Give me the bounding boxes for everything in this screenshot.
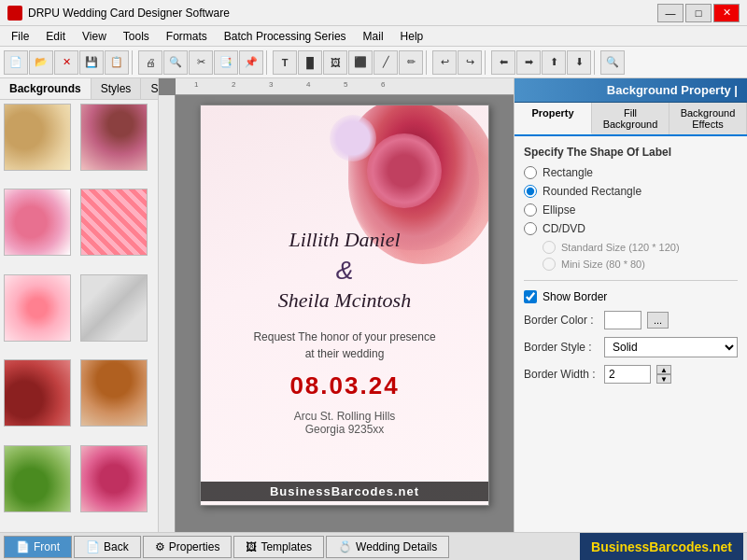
label-show-border: Show Border — [543, 290, 607, 303]
background-thumb-1[interactable] — [4, 104, 71, 171]
print-preview-button[interactable]: 🔍 — [163, 50, 188, 75]
maximize-button[interactable]: □ — [685, 4, 712, 22]
menu-bar: File Edit View Tools Formats Batch Proce… — [0, 26, 747, 47]
barcodes-watermark: BusinessBarcodes.net — [580, 533, 743, 560]
ring-icon: 💍 — [338, 540, 352, 553]
border-color-swatch[interactable] — [604, 311, 641, 329]
background-thumb-8[interactable] — [80, 359, 148, 427]
menu-tools[interactable]: Tools — [116, 28, 157, 45]
radio-ellipse[interactable] — [524, 203, 537, 217]
zoom-button[interactable]: 🔍 — [600, 50, 625, 75]
save-button[interactable]: 💾 — [79, 50, 104, 75]
menu-view[interactable]: View — [75, 28, 114, 45]
floral-secondary — [367, 133, 442, 208]
border-style-label: Border Style : — [524, 341, 599, 354]
ruler-mark: 1 — [194, 80, 198, 89]
spin-up-button[interactable]: ▲ — [656, 365, 671, 374]
border-style-row: Border Style : Solid Dashed Dotted Doubl… — [524, 337, 738, 357]
front-button[interactable]: 📄 Front — [4, 536, 72, 558]
separator-2 — [266, 50, 270, 75]
tab-property[interactable]: Property — [514, 103, 592, 134]
spin-down-button[interactable]: ▼ — [656, 374, 671, 384]
card-request-text: Request The honor of your presence at th… — [219, 329, 470, 362]
align-left[interactable]: ⬅ — [491, 50, 515, 75]
cd-sub-options: Standard Size (120 * 120) Mini Size (80 … — [543, 241, 738, 271]
align-top[interactable]: ⬆ — [542, 50, 566, 75]
menu-batch[interactable]: Batch Processing Series — [217, 28, 354, 45]
app-title: DRPU Wedding Card Designer Software — [28, 7, 657, 20]
tab-fill-background[interactable]: Fill Background — [592, 103, 669, 134]
new-button[interactable]: 📄 — [4, 50, 28, 75]
line-tool[interactable]: ╱ — [374, 50, 398, 75]
label-ellipse: Ellipse — [543, 203, 575, 217]
templates-label: Templates — [261, 540, 312, 553]
menu-file[interactable]: File — [4, 28, 36, 45]
background-thumb-10[interactable] — [80, 445, 148, 512]
radio-row-rectangle: Rectangle — [524, 166, 738, 179]
align-bottom[interactable]: ⬇ — [567, 50, 591, 75]
shape-tool[interactable]: ⬛ — [348, 50, 373, 75]
templates-button[interactable]: 🖼 Templates — [233, 536, 324, 558]
cut-button[interactable]: ✂ — [189, 50, 213, 75]
barcode-tool[interactable]: ▐▌ — [298, 50, 322, 75]
open-button[interactable]: 📂 — [29, 50, 53, 75]
radio-row-rounded: Rounded Rectangle — [524, 185, 738, 198]
checkbox-show-border[interactable] — [524, 290, 537, 303]
border-width-label: Border Width : — [524, 368, 599, 381]
left-panel: Backgrounds Styles Shapes — [0, 78, 159, 532]
paste-button[interactable]: 📌 — [239, 50, 263, 75]
undo-button[interactable]: ↩ — [432, 50, 457, 75]
close-doc-button[interactable]: ✕ — [54, 50, 78, 75]
ruler-left — [159, 95, 176, 532]
divider-1 — [524, 280, 738, 281]
bottom-bar: 📄 Front 📄 Back ⚙ Properties 🖼 Templates … — [0, 532, 747, 560]
background-thumb-2[interactable] — [80, 104, 148, 171]
border-style-select[interactable]: Solid Dashed Dotted Double — [604, 337, 738, 357]
menu-mail[interactable]: Mail — [356, 28, 391, 45]
background-thumb-3[interactable] — [4, 189, 71, 256]
radio-rounded[interactable] — [524, 185, 537, 198]
background-thumb-7[interactable] — [4, 359, 71, 427]
border-color-browse[interactable]: ... — [647, 312, 669, 329]
image-tool[interactable]: 🖼 — [323, 50, 347, 75]
canvas-wrapper[interactable]: Lillith Daniel & Sheila Mcintosh Request… — [176, 95, 514, 532]
minimize-button[interactable]: — — [657, 4, 684, 22]
background-thumb-5[interactable] — [4, 274, 71, 342]
radio-standard-size[interactable] — [543, 241, 556, 254]
menu-help[interactable]: Help — [393, 28, 431, 45]
redo-button[interactable]: ↪ — [458, 50, 482, 75]
wedding-details-button[interactable]: 💍 Wedding Details — [326, 536, 449, 558]
label-rounded: Rounded Rectangle — [543, 185, 641, 198]
menu-formats[interactable]: Formats — [159, 28, 215, 45]
radio-row-ellipse: Ellipse — [524, 203, 738, 217]
background-thumb-6[interactable] — [80, 274, 148, 342]
right-content: Specify The Shape Of Label Rectangle Rou… — [514, 136, 747, 532]
save-as-button[interactable]: 📋 — [105, 50, 129, 75]
copy-button[interactable]: 📑 — [214, 50, 238, 75]
bg-property-header: Background Property | — [514, 78, 747, 103]
print-button[interactable]: 🖨 — [138, 50, 162, 75]
tab-backgrounds[interactable]: Backgrounds — [0, 78, 92, 99]
menu-edit[interactable]: Edit — [38, 28, 73, 45]
tab-background-effects[interactable]: Background Effects — [669, 103, 747, 134]
back-button[interactable]: 📄 Back — [74, 536, 141, 558]
radio-cddvd[interactable] — [524, 222, 537, 235]
properties-button[interactable]: ⚙ Properties — [143, 536, 233, 558]
text-tool[interactable]: T — [273, 50, 297, 75]
radio-rectangle[interactable] — [524, 166, 537, 179]
align-right[interactable]: ➡ — [516, 50, 541, 75]
shape-options: Rectangle Rounded Rectangle Ellipse CD/D… — [524, 166, 738, 235]
pencil-tool[interactable]: ✏ — [399, 50, 423, 75]
label-standard-size: Standard Size (120 * 120) — [561, 242, 680, 253]
background-thumb-9[interactable] — [4, 445, 71, 512]
tab-styles[interactable]: Styles — [92, 78, 142, 99]
card-canvas[interactable]: Lillith Daniel & Sheila Mcintosh Request… — [200, 105, 489, 506]
close-button[interactable]: ✕ — [713, 4, 740, 22]
card-date: 08.03.24 — [219, 371, 470, 400]
separator-5 — [594, 50, 598, 75]
main-area: Backgrounds Styles Shapes 1 2 3 4 5 6 — [0, 78, 747, 532]
border-width-spinner: ▲ ▼ — [656, 365, 671, 384]
radio-mini-size[interactable] — [543, 258, 556, 271]
border-width-input[interactable] — [604, 365, 651, 384]
background-thumb-4[interactable] — [80, 189, 148, 256]
